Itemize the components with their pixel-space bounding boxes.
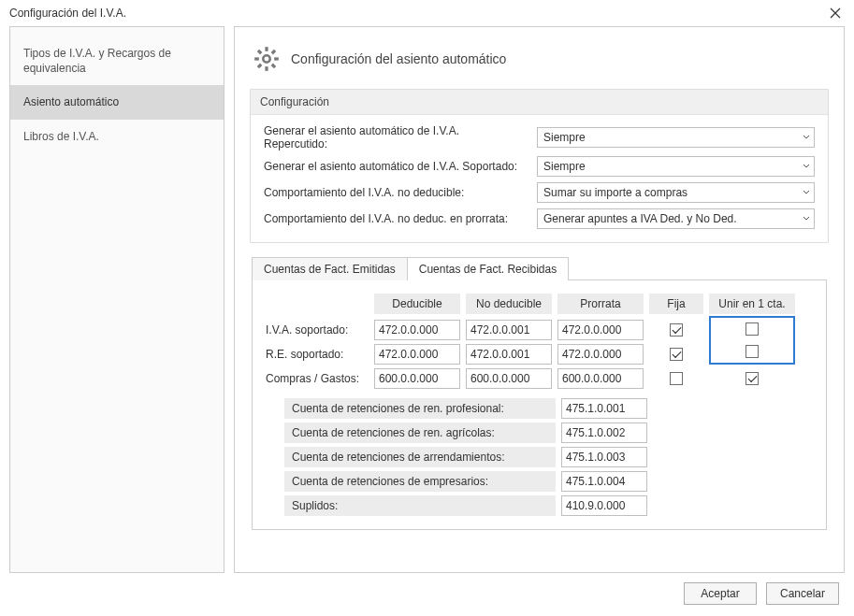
- svg-rect-3: [254, 57, 259, 60]
- svg-rect-7: [257, 50, 263, 55]
- input-ret-profesional[interactable]: 475.1.0.001: [561, 398, 647, 419]
- input-iva-ded[interactable]: 472.0.0.000: [374, 320, 460, 340]
- input-compras-pror[interactable]: 600.0.0.000: [557, 368, 644, 389]
- input-re-pror[interactable]: 472.0.0.000: [557, 344, 644, 365]
- footer: Aceptar Cancelar: [0, 573, 854, 616]
- section-header: Configuración del asiento automático: [250, 40, 829, 89]
- sidebar: Tipos de I.V.A. y Recargos de equivalenc…: [9, 26, 224, 573]
- ret-label-agricolas: Cuenta de retenciones de ren. agrícolas:: [284, 423, 556, 443]
- sidebar-item-tipos-iva[interactable]: Tipos de I.V.A. y Recargos de equivalenc…: [10, 36, 224, 85]
- chevron-down-icon: [803, 215, 810, 222]
- ret-label-profesional: Cuenta de retenciones de ren. profesiona…: [284, 398, 556, 419]
- select-value: Sumar su importe a compras: [543, 186, 688, 199]
- ret-label-suplidos: Suplidos:: [284, 495, 556, 516]
- chevron-down-icon: [803, 189, 810, 196]
- svg-point-0: [263, 55, 269, 62]
- tab-fact-recibidas[interactable]: Cuentas de Fact. Recibidas: [407, 257, 569, 280]
- col-header-no-deducible: No deducible: [466, 294, 552, 314]
- input-iva-pror[interactable]: 472.0.0.000: [557, 320, 644, 340]
- col-header-unir: Unir en 1 cta.: [709, 294, 795, 314]
- cfg-select-soportado[interactable]: Siempre: [537, 156, 815, 177]
- select-value: Generar apuntes a IVA Ded. y No Ded.: [543, 212, 737, 225]
- section-title: Configuración del asiento automático: [291, 51, 506, 66]
- cfg-label-repercutido: Generar el asiento automático de I.V.A. …: [264, 124, 526, 150]
- tab-label: Cuentas de Fact. Recibidas: [419, 263, 557, 276]
- chk-iva-unir[interactable]: [745, 322, 759, 336]
- row-label-compras: Compras / Gastos:: [266, 372, 369, 385]
- chevron-down-icon: [803, 134, 810, 141]
- col-header-deducible: Deducible: [374, 294, 460, 314]
- col-header-prorrata: Prorrata: [557, 294, 644, 314]
- input-ret-empresarios[interactable]: 475.1.0.004: [561, 471, 647, 492]
- select-value: Siempre: [543, 160, 586, 173]
- tab-fact-emitidas[interactable]: Cuentas de Fact. Emitidas: [252, 257, 408, 280]
- select-value: Siempre: [543, 131, 586, 144]
- union-highlight: [709, 316, 795, 365]
- gear-icon: [253, 46, 280, 72]
- input-compras-noded[interactable]: 600.0.0.000: [466, 368, 552, 389]
- cfg-select-prorrata[interactable]: Generar apuntes a IVA Ded. y No Ded.: [537, 208, 815, 229]
- content-panel: Configuración del asiento automático Con…: [234, 26, 845, 573]
- chk-re-unir[interactable]: [745, 345, 759, 358]
- row-label-iva-soportado: I.V.A. soportado:: [266, 323, 369, 337]
- tab-label: Cuentas de Fact. Emitidas: [264, 263, 396, 276]
- ok-button[interactable]: Aceptar: [684, 582, 757, 605]
- config-group: Configuración Generar el asiento automát…: [250, 89, 829, 243]
- cfg-label-soportado: Generar el asiento automático de I.V.A. …: [264, 160, 526, 173]
- close-icon: [830, 7, 841, 19]
- chk-re-fija[interactable]: [670, 348, 683, 361]
- input-ret-arrendamientos[interactable]: 475.1.0.003: [561, 447, 647, 467]
- window-title: Configuración del I.V.A.: [9, 7, 126, 20]
- sidebar-item-asiento-automatico[interactable]: Asiento automático: [10, 85, 224, 119]
- sidebar-item-label: Libros de I.V.A.: [23, 130, 99, 143]
- chk-compras-fija[interactable]: [670, 372, 683, 385]
- chk-compras-unir[interactable]: [745, 372, 759, 385]
- cfg-label-no-deducible: Comportamiento del I.V.A. no deducible:: [264, 186, 526, 199]
- input-re-ded[interactable]: 472.0.0.000: [374, 344, 460, 365]
- input-ret-suplidos[interactable]: 410.9.0.000: [561, 495, 647, 516]
- chevron-down-icon: [803, 163, 810, 170]
- input-re-noded[interactable]: 472.0.0.001: [466, 344, 552, 365]
- svg-rect-5: [271, 50, 277, 55]
- sidebar-item-label: Tipos de I.V.A. y Recargos de equivalenc…: [23, 47, 171, 75]
- ret-label-arrendamientos: Cuenta de retenciones de arrendamientos:: [284, 447, 556, 467]
- svg-rect-6: [257, 64, 263, 69]
- tabs: Cuentas de Fact. Emitidas Cuentas de Fac…: [250, 256, 829, 530]
- svg-rect-8: [271, 64, 277, 69]
- svg-rect-4: [274, 57, 279, 60]
- col-header-fija: Fija: [649, 294, 703, 314]
- input-ret-agricolas[interactable]: 475.1.0.002: [561, 423, 647, 443]
- sidebar-item-label: Asiento automático: [23, 95, 119, 108]
- titlebar: Configuración del I.V.A.: [0, 0, 854, 26]
- ret-label-empresarios: Cuenta de retenciones de empresarios:: [284, 471, 556, 492]
- row-label-re-soportado: R.E. soportado:: [266, 348, 369, 361]
- config-group-header: Configuración: [251, 90, 828, 115]
- cfg-select-no-deducible[interactable]: Sumar su importe a compras: [537, 182, 815, 203]
- cancel-button[interactable]: Cancelar: [766, 582, 839, 605]
- tab-body-recibidas: Deducible No deducible Prorrata Fija Uni…: [252, 279, 827, 530]
- input-compras-ded[interactable]: 600.0.0.000: [374, 368, 460, 389]
- close-button[interactable]: [826, 6, 845, 21]
- svg-rect-2: [265, 66, 268, 71]
- cfg-select-repercutido[interactable]: Siempre: [537, 127, 815, 148]
- input-iva-noded[interactable]: 472.0.0.001: [466, 320, 552, 340]
- sidebar-item-libros-iva[interactable]: Libros de I.V.A.: [10, 120, 224, 153]
- svg-rect-1: [265, 47, 268, 51]
- cfg-label-prorrata: Comportamiento del I.V.A. no deduc. en p…: [264, 212, 526, 225]
- chk-iva-fija[interactable]: [670, 323, 683, 337]
